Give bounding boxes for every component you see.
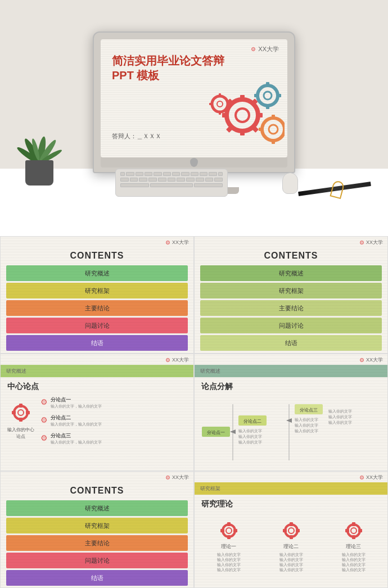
- svg-rect-30: [219, 93, 221, 97]
- slide-4-section-bar: 研究概述: [195, 365, 387, 377]
- slide-3-section: 研究概述: [6, 368, 26, 375]
- arg-gear-icon-2: ⚙: [40, 415, 48, 424]
- theory-text-1-4: 输入你的文字: [199, 567, 258, 572]
- theory-text-2-3: 输入你的文字: [261, 562, 321, 567]
- theory-text-3-1: 输入你的文字: [324, 552, 383, 557]
- svg-rect-38: [26, 411, 30, 414]
- svg-rect-33: [209, 103, 213, 105]
- list-item: 问题讨论: [6, 553, 188, 568]
- svg-rect-21: [254, 94, 259, 97]
- keyboard: [115, 169, 228, 197]
- svg-rect-39: [12, 411, 16, 414]
- svg-rect-62: [227, 535, 231, 539]
- theory-text-1-3: 输入你的文字: [199, 562, 258, 567]
- arg-title-3: 分论点三: [51, 432, 189, 440]
- slide-5: ⚙ XX大学 CONTENTS 研究概述 研究框架 主要结论 问题讨论 结语: [0, 471, 194, 588]
- arg-gear-icon-3: ⚙: [40, 433, 48, 442]
- svg-rect-25: [272, 139, 275, 144]
- slide-2-gear-icon: ⚙: [359, 239, 364, 246]
- theory-text-1-1: 输入你的文字: [199, 552, 258, 557]
- svg-point-60: [226, 528, 232, 533]
- slide-3-university: XX大学: [172, 356, 189, 364]
- svg-text:分论点一: 分论点一: [207, 430, 225, 435]
- slide-1: ⚙ XX大学 CONTENTS 研究概述 研究框架 主要结论 问题讨论 结语: [0, 236, 194, 354]
- argument-breakdown: 分论点一 分论点二 分论点三 输入你的文字 输入你的文字 输入你的文字 输入你的…: [195, 396, 387, 468]
- slide-2-header: ⚙ XX大学: [195, 237, 387, 247]
- screen-logo: ⚙ XX大学: [251, 45, 279, 53]
- svg-text:输入你的文字: 输入你的文字: [328, 420, 352, 425]
- mouse: [282, 173, 298, 194]
- arg-text-3: 输入你的文字，输入你的文字: [51, 440, 189, 445]
- svg-rect-68: [290, 535, 293, 539]
- list-item: 理论三 输入你的文字 输入你的文字 输入你的文字 输入你的文字: [324, 521, 383, 572]
- theory-label-1: 理论一: [199, 543, 258, 550]
- list-item: 研究框架: [200, 283, 382, 298]
- slide-6-section-bar: 研究框架: [195, 482, 387, 495]
- plant: [17, 118, 62, 186]
- list-item: 研究概述: [200, 265, 382, 281]
- svg-point-29: [217, 101, 223, 107]
- theory-text-2-2: 输入你的文字: [261, 557, 321, 562]
- svg-rect-11: [222, 113, 228, 117]
- svg-text:输入你的文字: 输入你的文字: [238, 429, 262, 433]
- list-item: 结语: [6, 335, 188, 351]
- list-item: ⚙ 分论点二 输入你的文字，输入你的文字: [40, 414, 189, 427]
- svg-rect-67: [290, 522, 293, 526]
- svg-point-16: [258, 85, 278, 106]
- list-item: ⚙ 分论点三 输入你的文字，输入你的文字: [40, 432, 189, 445]
- slide-1-header: ⚙ XX大学: [1, 237, 193, 247]
- list-item: 结语: [200, 335, 382, 351]
- svg-text:输入你的文字: 输入你的文字: [295, 423, 318, 428]
- slide-6-main-title: 研究理论: [195, 497, 387, 514]
- svg-point-23: [269, 125, 278, 134]
- svg-point-59: [223, 524, 235, 537]
- list-item: 理论一 输入你的文字 输入你的文字 输入你的文字 输入你的文字: [199, 521, 258, 572]
- svg-rect-64: [220, 529, 224, 532]
- svg-rect-69: [296, 529, 300, 532]
- svg-point-7: [236, 108, 249, 122]
- slide-4: ⚙ XX大学 研究概述 论点分解 分论点一 分论点二: [194, 354, 388, 471]
- svg-rect-36: [19, 404, 22, 408]
- arg-gear-icon-1: ⚙: [40, 397, 48, 406]
- slide-4-section: 研究概述: [200, 368, 220, 375]
- svg-point-71: [348, 524, 360, 537]
- slide-4-gear-icon: ⚙: [359, 357, 364, 363]
- slide-1-title: CONTENTS: [1, 247, 193, 265]
- slide-6-gear-icon: ⚙: [359, 474, 364, 481]
- slide-3: ⚙ XX大学 研究概述 中心论点 输入你的中心论点 ⚙: [0, 354, 194, 471]
- breakdown-diagram: 分论点一 分论点二 分论点三 输入你的文字 输入你的文字 输入你的文字 输入你的…: [199, 399, 383, 466]
- list-item: 研究框架: [6, 518, 188, 533]
- svg-rect-8: [240, 95, 245, 101]
- slides-grid: ⚙ XX大学 CONTENTS 研究概述 研究框架 主要结论 问题讨论 结语 ⚙: [0, 236, 388, 588]
- theory-label-3: 理论三: [324, 543, 383, 550]
- svg-rect-32: [227, 103, 231, 105]
- svg-rect-73: [352, 522, 355, 526]
- svg-point-65: [285, 524, 297, 537]
- slide-5-header: ⚙ XX大学: [1, 472, 193, 482]
- list-item: ⚙ 分论点一 输入你的文字，输入你的文字: [40, 396, 189, 409]
- slide-1-university: XX大学: [172, 239, 189, 246]
- screen-author: 答辩人：＿ＸＸＸ: [112, 132, 161, 141]
- svg-point-17: [264, 92, 272, 99]
- slide-6-header: ⚙ XX大学: [195, 472, 387, 482]
- svg-rect-76: [345, 529, 349, 532]
- svg-point-66: [288, 528, 294, 533]
- theory-text-2-4: 输入你的文字: [261, 567, 321, 572]
- svg-rect-75: [358, 529, 362, 532]
- svg-rect-19: [266, 105, 269, 109]
- top-section: ⚙ XX大学 简洁实用毕业论文答辩 PPT 模板 答辩人：＿ＸＸＸ: [0, 0, 388, 236]
- arg-title-1: 分论点一: [51, 396, 189, 404]
- list-item: 研究概述: [6, 265, 188, 281]
- theory-text-3-3: 输入你的文字: [324, 562, 383, 567]
- screen-university: XX大学: [258, 45, 279, 53]
- slide-2-items: 研究概述 研究框架 主要结论 问题讨论 结语: [195, 265, 387, 352]
- svg-rect-63: [233, 529, 237, 532]
- svg-rect-24: [272, 115, 275, 119]
- slide-4-header: ⚙ XX大学: [195, 354, 387, 365]
- research-theory: 理论一 输入你的文字 输入你的文字 输入你的文字 输入你的文字: [195, 514, 387, 575]
- svg-text:输入你的文字: 输入你的文字: [238, 440, 262, 445]
- svg-rect-27: [259, 128, 263, 131]
- list-item: 问题讨论: [6, 318, 188, 333]
- theory-label-2: 理论二: [261, 543, 321, 550]
- svg-rect-26: [283, 128, 285, 131]
